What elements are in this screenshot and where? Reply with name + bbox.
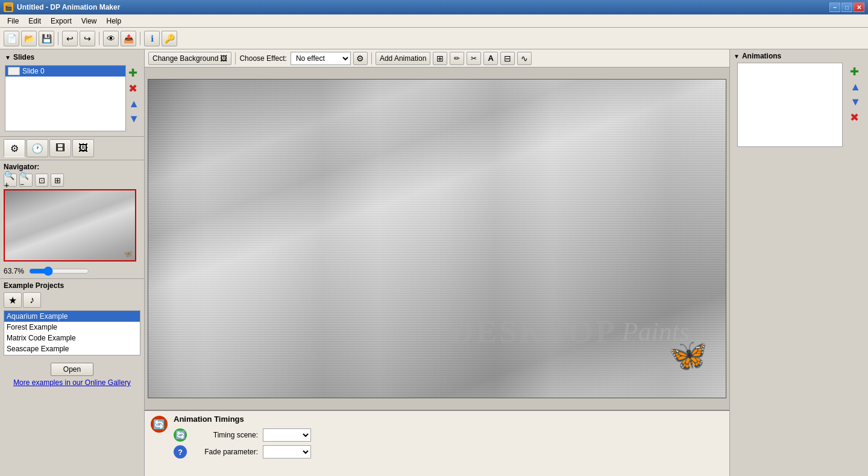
tool-scissors[interactable]: ✂ bbox=[467, 52, 481, 65]
example-item-2[interactable]: Matrix Code Example bbox=[4, 333, 140, 343]
timing-scene-row: 🔄 Timing scene: bbox=[174, 428, 723, 442]
toolbar-separator-1 bbox=[58, 32, 58, 45]
navigator-preview-image bbox=[5, 190, 135, 260]
slides-section: ▼ Slides Slide 0 ✚ ✖ ▲ ▼ bbox=[0, 49, 144, 136]
add-animation-btn[interactable]: ✚ bbox=[850, 65, 859, 78]
tab-wheel[interactable]: ⚙ bbox=[4, 139, 25, 157]
animation-timing-title: Animation Timings bbox=[174, 415, 723, 424]
slides-label: Slides bbox=[13, 53, 34, 61]
save-button[interactable]: 💾 bbox=[39, 31, 54, 46]
reset-zoom-button[interactable]: ⊞ bbox=[51, 174, 64, 187]
ct-sep-1 bbox=[235, 52, 236, 64]
animations-list bbox=[737, 63, 843, 147]
toolbar: 📄 📂 💾 ↩ ↪ 👁 📤 ℹ 🔑 bbox=[0, 28, 868, 49]
zoom-row: 63.7% bbox=[0, 264, 144, 278]
change-bg-label: Change Background bbox=[153, 54, 218, 63]
add-animation-label: Add Animation bbox=[380, 54, 426, 63]
effect-dropdown[interactable]: No effect Fade Slide Left Slide Right Zo… bbox=[291, 52, 351, 65]
key-button[interactable]: 🔑 bbox=[162, 31, 177, 46]
app-icon: 🎬 bbox=[4, 2, 13, 12]
choose-effect-label: Choose Effect: bbox=[239, 54, 287, 63]
menu-view[interactable]: View bbox=[77, 16, 102, 27]
fade-help-icon: ? bbox=[174, 445, 187, 459]
navigator-label: Navigator: bbox=[4, 163, 140, 171]
menu-edit[interactable]: Edit bbox=[24, 16, 46, 27]
animation-timing-icon: 🔄 bbox=[151, 416, 168, 433]
timing-scene-label: Timing scene: bbox=[192, 431, 258, 439]
examples-tab-music[interactable]: ♪ bbox=[23, 292, 41, 308]
move-slide-up-button[interactable]: ▲ bbox=[128, 98, 139, 110]
slides-list: Slide 0 bbox=[5, 65, 126, 131]
move-animation-up-button[interactable]: ▲ bbox=[850, 81, 861, 93]
export-button[interactable]: 📤 bbox=[121, 31, 136, 46]
menu-file[interactable]: File bbox=[2, 16, 24, 27]
fit-button[interactable]: ⊡ bbox=[35, 174, 48, 187]
navigator-section: Navigator: 🔍+ 🔍− ⊡ ⊞ 🦋 bbox=[0, 160, 144, 264]
add-animation-button[interactable]: Add Animation bbox=[376, 52, 430, 65]
open-button[interactable]: Open bbox=[51, 363, 93, 376]
fade-parameter-label: Fade parameter: bbox=[192, 448, 258, 456]
example-item-4[interactable]: Waterfall Example bbox=[4, 354, 140, 355]
timing-scene-dropdown[interactable] bbox=[263, 428, 311, 442]
change-bg-icon: 🖼 bbox=[220, 54, 227, 63]
tab-image[interactable]: 🖼 bbox=[72, 139, 94, 157]
center-panel: Change Background 🖼 Choose Effect: No ef… bbox=[145, 49, 729, 476]
open-button[interactable]: 📂 bbox=[21, 31, 37, 46]
animations-wrapper: ✚ ▲ ▼ ✖ bbox=[730, 63, 868, 149]
window-title: Untitled - DP Animation Maker bbox=[17, 3, 829, 11]
move-slide-down-button[interactable]: ▼ bbox=[128, 113, 139, 125]
animations-label: Animations bbox=[742, 52, 781, 60]
animations-header: ▼ Animations bbox=[730, 49, 868, 63]
tool-text[interactable]: A bbox=[483, 52, 498, 65]
info-button[interactable]: ℹ bbox=[144, 31, 160, 46]
zoom-out-button[interactable]: 🔍− bbox=[19, 174, 33, 187]
online-gallery-link[interactable]: More examples in our Online Gallery bbox=[4, 378, 140, 387]
add-slide-button[interactable]: ✚ bbox=[128, 66, 139, 80]
navigator-controls: 🔍+ 🔍− ⊡ ⊞ bbox=[4, 174, 140, 187]
left-panel: ▼ Slides Slide 0 ✚ ✖ ▲ ▼ bbox=[0, 49, 145, 476]
slide-thumbnail-0 bbox=[8, 67, 20, 75]
example-item-1[interactable]: Forest Example bbox=[4, 322, 140, 333]
navigator-preview: 🦋 bbox=[4, 189, 136, 261]
slide-item-0[interactable]: Slide 0 bbox=[5, 66, 125, 77]
examples-section: Example Projects ★ ♪ Aquarium Example Fo… bbox=[0, 278, 144, 476]
tab-film[interactable]: 🎞 bbox=[49, 139, 71, 157]
minimize-button[interactable]: – bbox=[829, 2, 840, 12]
remove-slide-button[interactable]: ✖ bbox=[128, 82, 139, 95]
new-button[interactable]: 📄 bbox=[4, 31, 19, 46]
move-animation-down-button[interactable]: ▼ bbox=[850, 96, 861, 108]
preview-button[interactable]: 👁 bbox=[103, 31, 119, 46]
examples-header: Example Projects bbox=[4, 281, 140, 290]
tool-pen[interactable]: ✏ bbox=[450, 52, 464, 65]
effect-settings-button[interactable]: ⚙ bbox=[353, 52, 368, 65]
remove-animation-button[interactable]: ✖ bbox=[850, 111, 859, 124]
menu-help[interactable]: Help bbox=[102, 16, 127, 27]
tool-grid[interactable]: ⊟ bbox=[500, 52, 515, 65]
ct-sep-2 bbox=[371, 52, 372, 64]
examples-list[interactable]: Aquarium Example Forest Example Matrix C… bbox=[4, 310, 140, 355]
tab-clock[interactable]: 🕐 bbox=[27, 139, 48, 157]
example-item-0[interactable]: Aquarium Example bbox=[4, 311, 140, 322]
zoom-slider[interactable] bbox=[29, 266, 89, 276]
window-controls: – □ ✕ bbox=[829, 2, 864, 12]
menu-export[interactable]: Export bbox=[46, 16, 77, 27]
slides-buttons: ✚ ✖ ▲ ▼ bbox=[126, 65, 139, 131]
examples-tabs: ★ ♪ bbox=[4, 292, 140, 308]
redo-button[interactable]: ↪ bbox=[80, 31, 95, 46]
slides-header: ▼ Slides bbox=[2, 52, 142, 63]
canvas-butterfly: 🦋 bbox=[668, 337, 708, 374]
tool-wave[interactable]: ∿ bbox=[517, 52, 532, 65]
close-button[interactable]: ✕ bbox=[854, 2, 864, 12]
slides-collapse-icon: ▼ bbox=[5, 54, 11, 61]
menu-bar: File Edit Export View Help bbox=[0, 14, 868, 28]
change-background-button[interactable]: Change Background 🖼 bbox=[148, 52, 231, 65]
example-item-3[interactable]: Seascape Example bbox=[4, 343, 140, 354]
fade-parameter-row: ? Fade parameter: bbox=[174, 445, 723, 459]
examples-tab-star[interactable]: ★ bbox=[4, 292, 22, 308]
slides-wrapper: Slide 0 ✚ ✖ ▲ ▼ bbox=[2, 63, 142, 134]
undo-button[interactable]: ↩ bbox=[62, 31, 78, 46]
zoom-in-button[interactable]: 🔍+ bbox=[4, 174, 17, 187]
maximize-button[interactable]: □ bbox=[841, 2, 852, 12]
fade-parameter-dropdown[interactable] bbox=[263, 445, 311, 459]
tool-rect[interactable]: ⊞ bbox=[433, 52, 447, 65]
